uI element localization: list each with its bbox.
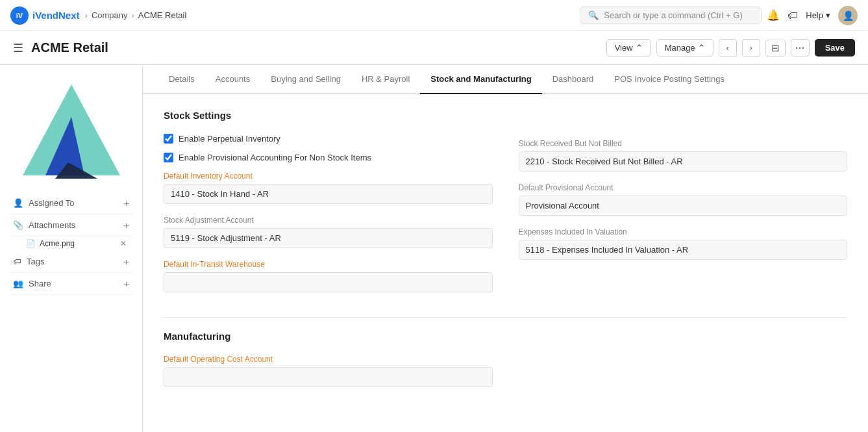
left-column: Enable Perpetual Inventory Enable Provis…	[164, 134, 493, 304]
sidebar-item-tags[interactable]: 🏷 Tags +	[10, 251, 132, 273]
notification-icon[interactable]: 🔔	[767, 9, 780, 21]
sidebar-item-share[interactable]: 👥 Share +	[10, 273, 132, 295]
share-add-icon[interactable]: +	[123, 278, 129, 289]
expenses-valuation-group: Expenses Included In Valuation	[519, 227, 848, 260]
expenses-valuation-input[interactable]	[519, 240, 848, 260]
manufacturing-right	[519, 355, 848, 399]
section-divider	[164, 317, 847, 318]
help-label: Help	[806, 10, 823, 20]
tags-add-icon[interactable]: +	[123, 256, 129, 267]
remove-attachment-icon[interactable]: ✕	[120, 239, 127, 248]
tags-icon: 🏷	[13, 257, 21, 266]
manufacturing-left: Default Operating Cost Account	[164, 355, 493, 399]
prev-button[interactable]: ‹	[719, 39, 737, 57]
expenses-valuation-label: Expenses Included In Valuation	[519, 227, 848, 236]
help-button[interactable]: Help ▾	[806, 10, 830, 20]
save-button[interactable]: Save	[815, 39, 855, 57]
attachments-label: Attachments	[29, 220, 75, 230]
next-button[interactable]: ›	[742, 39, 760, 57]
tab-dashboard[interactable]: Dashboard	[542, 65, 604, 94]
tab-details[interactable]: Details	[158, 65, 205, 94]
print-button[interactable]: ⊟	[765, 40, 786, 57]
stock-settings-title: Stock Settings	[164, 110, 847, 121]
stock-received-input[interactable]	[519, 151, 848, 172]
manage-chevron-icon: ⌃	[698, 43, 705, 53]
default-inventory-input[interactable]	[164, 184, 493, 204]
app-logo[interactable]: iV iVendNext	[10, 6, 80, 25]
search-box[interactable]: 🔍 Search or type a command (Ctrl + G)	[580, 6, 762, 24]
header-actions: View ⌃ Manage ⌃ ‹ › ⊟ ··· Save	[606, 39, 855, 57]
manage-label: Manage	[665, 43, 695, 53]
sidebar-item-attachments[interactable]: 📎 Attachments +	[10, 214, 132, 236]
breadcrumb: › Company › ACME Retail	[85, 10, 187, 20]
view-chevron-icon: ⌃	[636, 43, 643, 53]
assigned-to-add-icon[interactable]: +	[123, 197, 129, 209]
main-layout: 👤 Assigned To + 📎 Attachments + 📄 Acme.p…	[0, 65, 868, 432]
tab-hr-payroll[interactable]: HR & Payroll	[351, 65, 420, 94]
default-provisional-label: Default Provisional Account	[519, 183, 848, 192]
sidebar-item-assigned-to[interactable]: 👤 Assigned To +	[10, 192, 132, 214]
default-operating-input[interactable]	[164, 367, 493, 387]
enable-perpetual-label: Enable Perpetual Inventory	[179, 134, 280, 144]
share-label: Share	[29, 279, 51, 288]
page-header: ☰ ACME Retail View ⌃ Manage ⌃ ‹ › ⊟ ··· …	[0, 31, 868, 65]
tab-stock-manufacturing[interactable]: Stock and Manufacturing	[420, 65, 541, 94]
attachments-icon: 📎	[13, 220, 23, 230]
more-options-button[interactable]: ···	[791, 39, 810, 57]
search-placeholder: Search or type a command (Ctrl + G)	[604, 10, 743, 20]
manufacturing-section: Manufacturing Default Operating Cost Acc…	[164, 331, 847, 399]
enable-provisional-checkbox[interactable]	[164, 153, 173, 162]
manage-button[interactable]: Manage ⌃	[656, 39, 713, 57]
enable-perpetual-checkbox[interactable]	[164, 134, 173, 144]
default-transit-input[interactable]	[164, 272, 493, 292]
sidebar: 👤 Assigned To + 📎 Attachments + 📄 Acme.p…	[0, 65, 143, 432]
user-avatar[interactable]: 👤	[838, 6, 858, 25]
logo-icon: iV	[10, 6, 29, 25]
view-button[interactable]: View ⌃	[606, 39, 651, 57]
breadcrumb-sep1: ›	[85, 10, 88, 20]
stock-adjustment-input[interactable]	[164, 228, 493, 248]
attachments-add-icon[interactable]: +	[123, 220, 129, 231]
top-nav: iV iVendNext › Company › ACME Retail 🔍 S…	[0, 0, 868, 31]
sidebar-items: 👤 Assigned To + 📎 Attachments + 📄 Acme.p…	[10, 192, 132, 295]
right-column: Stock Received But Not Billed Default Pr…	[519, 134, 848, 304]
assigned-to-label: Assigned To	[29, 198, 75, 208]
default-provisional-group: Default Provisional Account	[519, 183, 848, 216]
default-transit-label: Default In-Transit Warehouse	[164, 260, 493, 269]
enable-perpetual-row: Enable Perpetual Inventory	[164, 134, 493, 144]
tab-buying-selling[interactable]: Buying and Selling	[260, 65, 351, 94]
default-operating-label: Default Operating Cost Account	[164, 355, 493, 364]
share-icon: 👥	[13, 279, 23, 288]
default-transit-group: Default In-Transit Warehouse	[164, 260, 493, 292]
stock-adjustment-group: Stock Adjustment Account	[164, 216, 493, 248]
company-logo	[19, 78, 123, 182]
default-provisional-input[interactable]	[519, 196, 848, 216]
breadcrumb-current: ACME Retail	[138, 10, 186, 20]
default-inventory-label: Default Inventory Account	[164, 172, 493, 181]
app-name: iVendNext	[32, 10, 80, 21]
content-area: Details Accounts Buying and Selling HR &…	[143, 65, 868, 432]
enable-provisional-row: Enable Provisional Accounting For Non St…	[164, 153, 493, 162]
assigned-to-icon: 👤	[13, 198, 23, 208]
tags-label: Tags	[27, 257, 44, 266]
attachment-file-item: 📄 Acme.png ✕	[10, 236, 132, 251]
form-content: Stock Settings Enable Perpetual Inventor…	[143, 94, 868, 414]
stock-received-group: Stock Received But Not Billed	[519, 139, 848, 172]
default-inventory-group: Default Inventory Account	[164, 172, 493, 204]
stock-settings-grid: Enable Perpetual Inventory Enable Provis…	[164, 134, 847, 304]
tabs: Details Accounts Buying and Selling HR &…	[143, 65, 868, 94]
enable-provisional-label: Enable Provisional Accounting For Non St…	[179, 153, 371, 162]
manufacturing-grid: Default Operating Cost Account	[164, 355, 847, 399]
view-label: View	[615, 43, 633, 53]
file-icon: 📄	[26, 239, 36, 248]
tab-pos-invoice[interactable]: POS Invoice Posting Settings	[604, 65, 735, 94]
breadcrumb-sep2: ›	[132, 10, 134, 20]
page-title: ACME Retail	[31, 40, 606, 55]
tab-accounts[interactable]: Accounts	[205, 65, 260, 94]
tag-icon[interactable]: 🏷	[787, 10, 798, 21]
hamburger-icon[interactable]: ☰	[13, 41, 23, 55]
attachment-filename[interactable]: Acme.png	[40, 239, 75, 248]
breadcrumb-parent[interactable]: Company	[92, 10, 128, 20]
stock-received-label: Stock Received But Not Billed	[519, 139, 848, 148]
nav-icons: 🔔 🏷 Help ▾ 👤	[767, 6, 858, 25]
